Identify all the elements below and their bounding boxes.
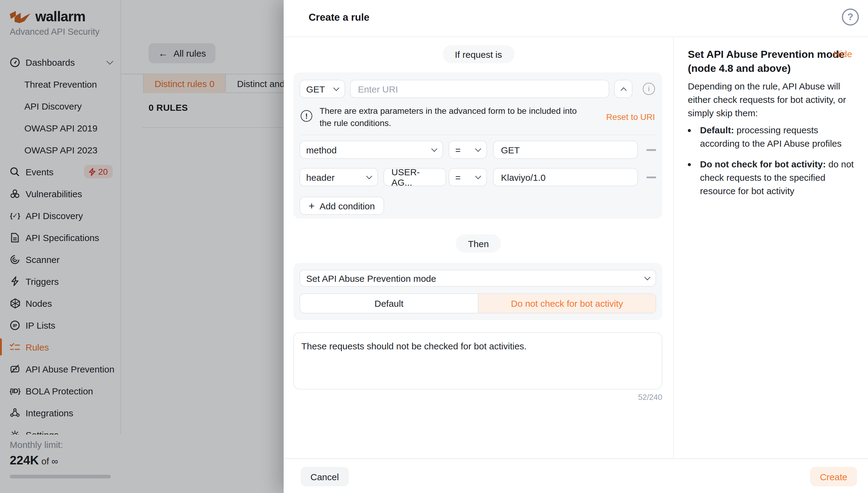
help-bullet-default: Default: processing requests according t… — [698, 124, 856, 150]
if-request-is-pill: If request is — [442, 45, 514, 63]
conditions-panel: GET Enter URI i ! There are extra parame… — [294, 72, 662, 218]
uri-input[interactable]: Enter URI — [350, 80, 609, 98]
panel-divider — [300, 134, 656, 135]
bullet-term: Do not check for bot activity: — [700, 159, 826, 169]
condition-field-value: header — [306, 172, 334, 182]
then-pill: Then — [456, 234, 501, 253]
create-rule-modal: Create a rule ? If request is GET Enter … — [284, 0, 868, 493]
chevron-up-icon — [620, 87, 626, 93]
help-panel-intro: Depending on the rule, API Abuse will ei… — [688, 80, 853, 120]
condition-field-select[interactable]: method — [300, 141, 443, 159]
mode-segmented-control: Default Do not check for bot activity — [300, 293, 656, 314]
remove-condition-button[interactable] — [647, 149, 656, 151]
help-icon[interactable]: ? — [842, 8, 859, 25]
chevron-down-icon — [431, 146, 437, 152]
uri-placeholder: Enter URI — [358, 84, 398, 94]
collapse-advanced-button[interactable] — [614, 80, 632, 98]
modal-footer: Cancel Create — [284, 458, 868, 493]
method-quick-value: GET — [306, 84, 325, 94]
help-panel-title: Set API Abuse Prevention mode (node 4.8 … — [688, 47, 854, 76]
plus-icon: + — [309, 200, 315, 211]
advanced-form-notice: ! There are extra parameters in the adva… — [301, 104, 655, 129]
method-quick-select[interactable]: GET — [300, 80, 345, 98]
condition-key-value: USER-AG... — [391, 167, 438, 188]
chevron-down-icon — [333, 85, 339, 91]
chevron-down-icon — [475, 173, 481, 179]
condition-value: Klaviyo/1.0 — [501, 172, 546, 182]
help-panel-bullets: Default: processing requests according t… — [688, 124, 856, 205]
action-select-value: Set API Abuse Prevention mode — [306, 273, 436, 283]
chevron-down-icon — [366, 173, 372, 179]
condition-operator-value: = — [455, 145, 461, 155]
modal-header: Create a rule ? — [284, 0, 868, 37]
bullet-term: Default: — [700, 125, 734, 135]
app-root: wallarm Advanced API Security Dashboards… — [0, 0, 868, 493]
condition-field-select[interactable]: header — [300, 168, 378, 186]
create-button[interactable]: Create — [810, 467, 857, 486]
rule-description-textarea[interactable]: These requests should not be checked for… — [294, 332, 662, 389]
help-side-panel: Set API Abuse Prevention mode (node 4.8 … — [674, 37, 868, 458]
chevron-down-icon — [644, 274, 650, 280]
modal-overlay[interactable] — [0, 0, 284, 493]
condition-operator-select[interactable]: = — [449, 168, 487, 186]
hide-help-link[interactable]: Hide — [833, 49, 852, 59]
condition-value-input[interactable]: GET — [493, 141, 638, 159]
condition-value: GET — [501, 145, 520, 155]
info-icon[interactable]: i — [643, 83, 655, 95]
condition-operator-select[interactable]: = — [449, 141, 487, 159]
help-bullet-do-not-check: Do not check for bot activity: do not ch… — [698, 158, 856, 198]
condition-value-input[interactable]: Klaviyo/1.0 — [493, 168, 638, 186]
notice-text: There are extra parameters in the advanc… — [320, 104, 586, 129]
add-condition-label: Add condition — [320, 200, 375, 211]
mode-option-default[interactable]: Default — [300, 294, 478, 313]
rule-form: If request is GET Enter URI i — [284, 37, 673, 458]
remove-condition-button[interactable] — [647, 176, 656, 178]
char-counter: 52/240 — [294, 392, 662, 402]
action-select[interactable]: Set API Abuse Prevention mode — [300, 270, 656, 287]
condition-field-value: method — [306, 145, 337, 155]
condition-key-input[interactable]: USER-AG... — [384, 168, 446, 186]
modal-title: Create a rule — [309, 12, 369, 23]
condition-operator-value: = — [455, 172, 461, 182]
cancel-button[interactable]: Cancel — [301, 467, 348, 486]
add-condition-button[interactable]: + Add condition — [300, 197, 384, 215]
mode-option-do-not-check[interactable]: Do not check for bot activity — [478, 294, 655, 313]
alert-circle-icon: ! — [301, 110, 312, 122]
reset-to-uri-link[interactable]: Reset to URI — [606, 112, 655, 122]
action-panel: Set API Abuse Prevention mode Default Do… — [294, 263, 662, 320]
chevron-down-icon — [475, 146, 481, 152]
